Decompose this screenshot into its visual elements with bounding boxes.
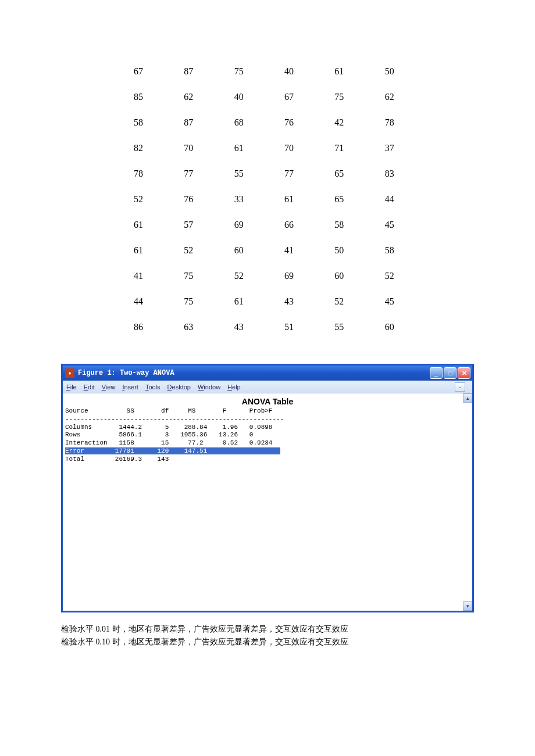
table-cell: 77 [167,162,216,186]
menu-tools[interactable]: Tools [145,384,160,390]
table-cell: 44 [369,187,418,212]
anova-row-total[interactable]: Total 26169.3 143 [65,456,169,463]
table-row: 866343515560 [117,315,418,339]
table-cell: 43 [218,315,267,339]
table-cell: 69 [218,213,267,237]
table-cell: 63 [167,315,216,339]
table-cell: 65 [318,187,367,212]
table-cell: 45 [369,289,418,314]
table-cell: 67 [117,59,166,84]
scroll-down-button[interactable]: ▾ [463,601,472,611]
table-cell: 71 [318,136,367,160]
footer-text: 检验水平 0.01 时，地区有显著差异，广告效应无显著差异，交互效应有交互效应 … [61,623,474,649]
table-cell: 75 [167,289,216,314]
table-cell: 78 [369,110,418,135]
table-row: 615769665845 [117,213,418,237]
menu-help[interactable]: Help [227,384,241,390]
menu-insert[interactable]: Insert [122,384,138,390]
table-cell: 62 [369,85,418,109]
table-row: 417552696052 [117,264,418,288]
table-cell: 67 [268,85,317,109]
table-cell: 60 [318,264,367,288]
anova-divider: ----------------------------------------… [65,415,284,422]
table-cell: 61 [318,59,367,84]
table-cell: 42 [318,110,367,135]
table-row: 527633616544 [117,187,418,212]
table-cell: 40 [268,59,317,84]
table-cell: 87 [167,110,216,135]
table-cell: 52 [218,264,267,288]
table-cell: 58 [369,238,418,263]
table-cell: 50 [318,238,367,263]
table-cell: 58 [318,213,367,237]
menu-desktop[interactable]: Desktop [167,384,191,390]
table-cell: 66 [268,213,317,237]
anova-row-interaction[interactable]: Interaction 1158 15 77.2 0.52 0.9234 [65,439,272,446]
scroll-up-button[interactable]: ▴ [463,393,472,403]
table-cell: 40 [218,85,267,109]
table-cell: 70 [268,136,317,160]
minimize-button[interactable]: _ [430,367,443,379]
table-cell: 76 [167,187,216,212]
table-row: 787755776583 [117,162,418,186]
table-cell: 60 [218,238,267,263]
table-cell: 75 [318,85,367,109]
table-cell: 52 [167,238,216,263]
table-cell: 82 [117,136,166,160]
table-cell: 43 [268,289,317,314]
close-button[interactable]: ✕ [458,367,470,379]
table-cell: 85 [117,85,166,109]
table-cell: 55 [218,162,267,186]
footer-line-1: 检验水平 0.01 时，地区有显著差异，广告效应无显著差异，交互效应有交互效应 [61,623,474,636]
menubar: File Edit View Insert Tools Desktop Wind… [63,381,472,393]
table-cell: 41 [117,264,166,288]
menu-view[interactable]: View [102,384,116,390]
table-cell: 58 [117,110,166,135]
table-cell: 60 [369,315,418,339]
table-cell: 75 [167,264,216,288]
table-cell: 52 [318,289,367,314]
table-row: 856240677562 [117,85,418,109]
table-cell: 61 [268,187,317,212]
table-cell: 51 [268,315,317,339]
table-cell: 65 [318,162,367,186]
table-cell: 83 [369,162,418,186]
table-cell: 37 [369,136,418,160]
menu-edit[interactable]: Edit [84,384,95,390]
table-row: 615260415058 [117,238,418,263]
table-cell: 76 [268,110,317,135]
dock-dropdown-icon[interactable]: ⌄ [455,382,465,392]
table-cell: 86 [117,315,166,339]
table-cell: 41 [268,238,317,263]
figure-window: ♦ Figure 1: Two-way ANOVA _ □ ✕ File Edi… [61,364,474,612]
titlebar[interactable]: ♦ Figure 1: Two-way ANOVA _ □ ✕ [63,366,472,381]
table-cell: 68 [218,110,267,135]
table-row: 447561435245 [117,289,418,314]
anova-row-error-selected[interactable]: Error 17701 120 147.51 [65,447,280,454]
table-cell: 61 [218,136,267,160]
table-cell: 61 [218,289,267,314]
data-table: 6787754061508562406775625887687642788270… [116,58,419,341]
window-controls: _ □ ✕ [430,367,472,379]
table-cell: 78 [117,162,166,186]
table-cell: 87 [167,59,216,84]
table-cell: 75 [218,59,267,84]
anova-body: Source SS df MS F Prob>F ---------------… [63,407,472,463]
maximize-button[interactable]: □ [444,367,456,379]
anova-row-rows[interactable]: Rows 5866.1 3 1955.36 13.26 0 [65,431,253,438]
table-cell: 70 [167,136,216,160]
matlab-icon: ♦ [65,368,74,378]
table-cell: 55 [318,315,367,339]
table-cell: 45 [369,213,418,237]
anova-row-columns[interactable]: Columns 1444.2 5 288.84 1.96 0.0898 [65,424,272,431]
table-cell: 61 [117,213,166,237]
window-title: Figure 1: Two-way ANOVA [78,369,174,377]
table-cell: 52 [369,264,418,288]
anova-title: ANOVA Table [63,393,472,407]
table-cell: 69 [268,264,317,288]
footer-line-2: 检验水平 0.10 时，地区无显著差异，广告效应无显著差异，交互效应有交互效应 [61,636,474,648]
menu-window[interactable]: Window [198,384,220,390]
table-cell: 62 [167,85,216,109]
menu-file[interactable]: File [66,384,77,390]
table-cell: 33 [218,187,267,212]
